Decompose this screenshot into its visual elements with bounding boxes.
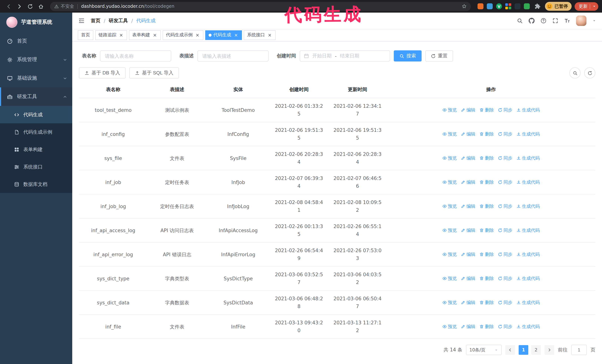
action-preview-button[interactable]: 预览 bbox=[442, 130, 457, 138]
action-edit-button[interactable]: 编辑 bbox=[461, 227, 475, 234]
action-edit-button[interactable]: 编辑 bbox=[461, 178, 475, 186]
action-generate-button[interactable]: 生成代码 bbox=[516, 130, 540, 138]
action-edit-button[interactable]: 编辑 bbox=[461, 250, 475, 258]
next-page-button[interactable] bbox=[545, 345, 554, 355]
tab-close-icon[interactable]: × bbox=[267, 32, 272, 38]
action-sync-button[interactable]: 同步 bbox=[498, 202, 512, 210]
address-bar[interactable]: 不安全 dashboard.yudao.iocoder.cn/tool/code… bbox=[50, 2, 471, 11]
tab-form-builder[interactable]: 表单构建× bbox=[129, 30, 161, 40]
action-sync-button[interactable]: 同步 bbox=[498, 178, 512, 186]
github-icon[interactable] bbox=[529, 18, 535, 24]
extension-icon-5[interactable] bbox=[515, 3, 520, 9]
action-preview-button[interactable]: 预览 bbox=[442, 299, 457, 306]
table-desc-input[interactable] bbox=[197, 50, 269, 62]
action-delete-button[interactable]: 删除 bbox=[479, 227, 494, 234]
action-edit-button[interactable]: 编辑 bbox=[461, 275, 475, 282]
action-preview-button[interactable]: 预览 bbox=[442, 227, 457, 234]
action-sync-button[interactable]: 同步 bbox=[498, 275, 512, 282]
breadcrumb-item[interactable]: 首页 bbox=[91, 17, 100, 24]
action-preview-button[interactable]: 预览 bbox=[442, 323, 457, 331]
tab-close-icon[interactable]: × bbox=[233, 32, 239, 38]
action-generate-button[interactable]: 生成代码 bbox=[516, 178, 540, 186]
goto-page-input[interactable] bbox=[571, 345, 587, 355]
action-preview-button[interactable]: 预览 bbox=[442, 106, 457, 114]
back-button[interactable] bbox=[4, 1, 14, 11]
action-delete-button[interactable]: 删除 bbox=[479, 275, 494, 282]
sidebar-fold-button[interactable] bbox=[78, 17, 85, 24]
action-delete-button[interactable]: 删除 bbox=[479, 106, 494, 114]
action-edit-button[interactable]: 编辑 bbox=[461, 106, 475, 114]
avatar-caret-icon[interactable] bbox=[592, 19, 596, 23]
action-generate-button[interactable]: 生成代码 bbox=[516, 250, 540, 258]
sidebar-subitem-codegen[interactable]: 代码生成 bbox=[0, 106, 72, 123]
action-edit-button[interactable]: 编辑 bbox=[461, 323, 475, 331]
bookmark-star-icon[interactable] bbox=[462, 4, 467, 9]
action-sync-button[interactable]: 同步 bbox=[498, 299, 512, 306]
tab-system-api[interactable]: 系统接口× bbox=[244, 30, 276, 40]
forward-button[interactable] bbox=[14, 1, 24, 11]
tab-trace[interactable]: 链路追踪× bbox=[95, 30, 127, 40]
security-chip[interactable]: 不安全 bbox=[54, 3, 74, 10]
profile-chip[interactable]: 已暂停 bbox=[545, 2, 572, 11]
action-edit-button[interactable]: 编辑 bbox=[461, 154, 475, 162]
action-delete-button[interactable]: 删除 bbox=[479, 130, 494, 138]
action-generate-button[interactable]: 生成代码 bbox=[516, 154, 540, 162]
home-button[interactable] bbox=[36, 1, 46, 11]
sidebar-subitem-codegen-example[interactable]: 代码生成示例 bbox=[0, 123, 72, 141]
page-size-select[interactable]: 10条/页 bbox=[466, 345, 502, 355]
action-preview-button[interactable]: 预览 bbox=[442, 275, 457, 282]
sidebar-item-system[interactable]: 系统管理 bbox=[0, 50, 72, 69]
action-generate-button[interactable]: 生成代码 bbox=[516, 202, 540, 210]
action-sync-button[interactable]: 同步 bbox=[498, 323, 512, 331]
update-button[interactable]: 更新 bbox=[575, 2, 598, 10]
action-preview-button[interactable]: 预览 bbox=[442, 250, 457, 258]
logo-row[interactable]: 芋道管理系统 bbox=[0, 13, 72, 32]
extension-icon-6[interactable] bbox=[524, 3, 530, 9]
tab-home[interactable]: 首页 bbox=[78, 30, 93, 40]
sidebar-item-infra[interactable]: 基础设施 bbox=[0, 69, 72, 87]
sidebar-subitem-system-api[interactable]: 系统接口 bbox=[0, 158, 72, 176]
action-generate-button[interactable]: 生成代码 bbox=[516, 106, 540, 114]
extension-icon-2[interactable] bbox=[487, 3, 493, 9]
action-generate-button[interactable]: 生成代码 bbox=[516, 227, 540, 234]
user-avatar[interactable] bbox=[576, 16, 586, 26]
action-preview-button[interactable]: 预览 bbox=[442, 178, 457, 186]
reset-button[interactable]: 重置 bbox=[425, 50, 453, 62]
action-sync-button[interactable]: 同步 bbox=[498, 250, 512, 258]
extension-icon-3[interactable]: V bbox=[496, 3, 502, 9]
fullscreen-icon[interactable] bbox=[552, 18, 558, 24]
action-edit-button[interactable]: 编辑 bbox=[461, 202, 475, 210]
tab-codegen-example[interactable]: 代码生成示例× bbox=[163, 30, 203, 40]
sidebar-item-home[interactable]: 首页 bbox=[0, 32, 72, 50]
action-edit-button[interactable]: 编辑 bbox=[461, 299, 475, 306]
action-generate-button[interactable]: 生成代码 bbox=[516, 323, 540, 331]
action-sync-button[interactable]: 同步 bbox=[498, 154, 512, 162]
page-button-1[interactable]: 1 bbox=[519, 345, 528, 355]
header-search-icon[interactable] bbox=[517, 18, 523, 24]
action-delete-button[interactable]: 删除 bbox=[479, 299, 494, 306]
reload-button[interactable] bbox=[25, 1, 35, 11]
date-range-picker[interactable]: 开始日期 - 结束日期 bbox=[300, 50, 390, 62]
help-icon[interactable] bbox=[540, 18, 547, 24]
action-preview-button[interactable]: 预览 bbox=[442, 154, 457, 162]
tab-codegen[interactable]: 代码生成× bbox=[205, 30, 242, 40]
action-delete-button[interactable]: 删除 bbox=[479, 323, 494, 331]
action-edit-button[interactable]: 编辑 bbox=[461, 130, 475, 138]
import-db-button[interactable]: 基于 DB 导入 bbox=[79, 67, 126, 79]
action-delete-button[interactable]: 删除 bbox=[479, 154, 494, 162]
breadcrumb-item[interactable]: 研发工具 bbox=[109, 17, 128, 24]
sidebar-subitem-form-builder[interactable]: 表单构建 bbox=[0, 141, 72, 158]
table-name-input[interactable] bbox=[100, 50, 171, 62]
tab-close-icon[interactable]: × bbox=[152, 32, 157, 38]
action-preview-button[interactable]: 预览 bbox=[442, 202, 457, 210]
action-sync-button[interactable]: 同步 bbox=[498, 130, 512, 138]
action-generate-button[interactable]: 生成代码 bbox=[516, 275, 540, 282]
action-generate-button[interactable]: 生成代码 bbox=[516, 299, 540, 306]
extension-icon-1[interactable] bbox=[478, 3, 484, 9]
action-delete-button[interactable]: 删除 bbox=[479, 202, 494, 210]
search-button[interactable]: 搜索 bbox=[394, 50, 422, 62]
font-size-icon[interactable] bbox=[564, 18, 570, 24]
action-delete-button[interactable]: 删除 bbox=[479, 178, 494, 186]
tab-close-icon[interactable]: × bbox=[195, 32, 200, 38]
toggle-search-button[interactable] bbox=[570, 67, 580, 79]
